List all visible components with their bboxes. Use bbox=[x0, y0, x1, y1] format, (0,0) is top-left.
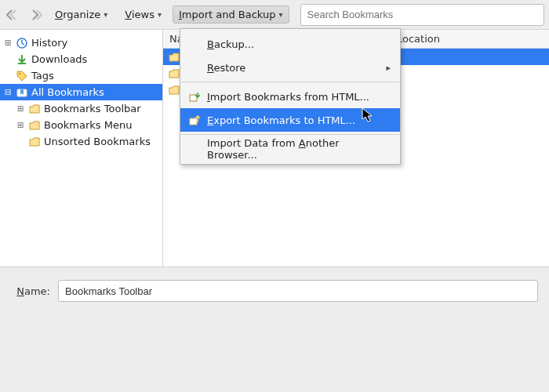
tree-label: Tags bbox=[31, 70, 54, 82]
menu-item-import-browser[interactable]: Import Data from Another Browser... bbox=[180, 137, 400, 161]
tree-item-history[interactable]: ⊞ History bbox=[0, 34, 162, 51]
import-backup-dropdown: Backup... Restore ▸ Import Bookmarks fro… bbox=[180, 28, 401, 165]
tree-label: Bookmarks Toolbar bbox=[44, 103, 141, 114]
back-button[interactable] bbox=[5, 6, 22, 24]
chevron-down-icon: ▾ bbox=[278, 10, 282, 19]
folder-icon bbox=[28, 119, 41, 132]
folder-icon bbox=[168, 84, 180, 96]
download-icon bbox=[16, 53, 28, 66]
menu-item-import-html[interactable]: Import Bookmarks from HTML... bbox=[180, 85, 400, 108]
folder-icon bbox=[168, 51, 180, 64]
tree-item-all-bookmarks[interactable]: ⊟ All Bookmarks bbox=[0, 84, 162, 100]
submenu-arrow-icon: ▸ bbox=[386, 63, 391, 73]
name-input[interactable] bbox=[58, 280, 538, 302]
search-input[interactable] bbox=[300, 4, 545, 26]
folder-icon bbox=[28, 103, 41, 115]
toolbar: Organize▾ Views▾ Import and Backup▾ bbox=[0, 0, 549, 30]
forward-button[interactable] bbox=[27, 6, 44, 24]
menu-item-restore[interactable]: Restore ▸ bbox=[180, 56, 400, 79]
tag-icon bbox=[16, 70, 28, 82]
menu-item-backup[interactable]: Backup... bbox=[180, 32, 400, 56]
tree-item-unsorted-bookmarks[interactable]: Unsorted Bookmarks bbox=[0, 133, 162, 150]
tree-item-tags[interactable]: Tags bbox=[0, 67, 162, 84]
folder-icon bbox=[168, 67, 180, 80]
tree-item-bookmarks-toolbar[interactable]: ⊞ Bookmarks Toolbar bbox=[0, 100, 162, 117]
expand-icon[interactable]: ⊞ bbox=[3, 38, 13, 48]
column-header-location[interactable]: Location bbox=[391, 33, 549, 45]
tree-label: Unsorted Bookmarks bbox=[44, 136, 151, 147]
tree-label: All Bookmarks bbox=[31, 86, 104, 98]
views-menu[interactable]: Views▾ bbox=[118, 5, 168, 24]
folder-icon bbox=[28, 136, 41, 148]
clock-icon bbox=[16, 37, 28, 49]
tree-label: Downloads bbox=[31, 53, 87, 65]
expand-icon[interactable]: ⊞ bbox=[16, 104, 25, 114]
organize-menu[interactable]: Organize▾ bbox=[49, 5, 114, 24]
export-icon bbox=[188, 114, 201, 126]
svg-point-1 bbox=[19, 73, 20, 74]
tree-label: History bbox=[31, 37, 67, 49]
details-pane: Name: bbox=[0, 267, 549, 392]
bookmarks-icon bbox=[16, 86, 28, 99]
tree-label: Bookmarks Menu bbox=[44, 119, 132, 131]
menu-separator bbox=[181, 134, 399, 135]
chevron-down-icon: ▾ bbox=[158, 10, 162, 19]
chevron-down-icon: ▾ bbox=[104, 10, 107, 19]
import-backup-menu[interactable]: Import and Backup▾ bbox=[173, 5, 289, 24]
import-icon bbox=[188, 90, 201, 103]
menu-separator bbox=[181, 82, 399, 82]
name-label: Name: bbox=[11, 285, 50, 297]
menu-item-export-html[interactable]: Export Bookmarks to HTML... bbox=[180, 108, 400, 132]
collapse-icon[interactable]: ⊟ bbox=[3, 88, 13, 97]
tree-item-downloads[interactable]: Downloads bbox=[0, 51, 162, 67]
sidebar: ⊞ History Downloads Tags ⊟ All Bookmarks… bbox=[0, 30, 163, 267]
tree-item-bookmarks-menu[interactable]: ⊞ Bookmarks Menu bbox=[0, 117, 162, 133]
expand-icon[interactable]: ⊞ bbox=[16, 121, 25, 130]
svg-rect-4 bbox=[190, 118, 197, 125]
